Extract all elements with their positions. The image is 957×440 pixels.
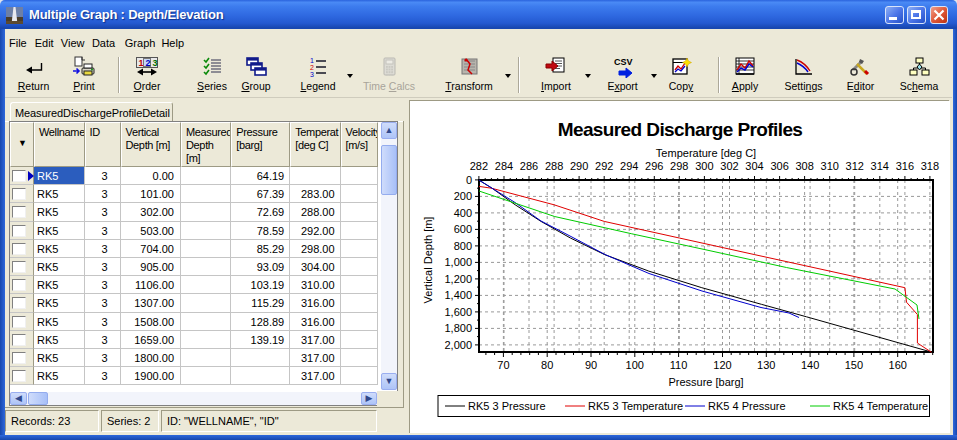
- svg-text:3: 3: [310, 71, 314, 78]
- svg-text:3: 3: [153, 58, 158, 68]
- svg-text:300: 300: [695, 160, 713, 172]
- svg-text:294: 294: [620, 160, 638, 172]
- svg-text:314: 314: [871, 160, 889, 172]
- svg-text:90: 90: [585, 359, 597, 371]
- svg-text:316: 316: [896, 160, 914, 172]
- svg-text:RK5 3 Pressure: RK5 3 Pressure: [468, 400, 546, 412]
- svg-text:1,200: 1,200: [444, 273, 472, 285]
- svg-text:0: 0: [466, 174, 472, 186]
- svg-text:600: 600: [454, 223, 472, 235]
- svg-text:1,400: 1,400: [444, 289, 472, 301]
- svg-text:1,600: 1,600: [444, 306, 472, 318]
- svg-text:306: 306: [770, 160, 788, 172]
- svg-text:400: 400: [454, 207, 472, 219]
- svg-text:312: 312: [846, 160, 864, 172]
- svg-text:1,800: 1,800: [444, 322, 472, 334]
- svg-text:1,000: 1,000: [444, 256, 472, 268]
- svg-text:304: 304: [745, 160, 763, 172]
- svg-text:RK5 3 Temperature: RK5 3 Temperature: [588, 400, 683, 412]
- svg-text:1: 1: [310, 57, 314, 64]
- svg-text:120: 120: [713, 359, 731, 371]
- svg-text:800: 800: [454, 240, 472, 252]
- svg-text:296: 296: [645, 160, 663, 172]
- svg-text:RK5 4 Pressure: RK5 4 Pressure: [708, 400, 786, 412]
- svg-text:200: 200: [454, 190, 472, 202]
- svg-text:Pressure [barg]: Pressure [barg]: [668, 376, 743, 388]
- svg-text:130: 130: [757, 359, 775, 371]
- svg-text:100: 100: [626, 359, 644, 371]
- svg-text:290: 290: [570, 160, 588, 172]
- svg-text:282: 282: [470, 160, 488, 172]
- svg-text:318: 318: [921, 160, 939, 172]
- svg-text:Vertical Depth [m]: Vertical Depth [m]: [422, 217, 434, 304]
- svg-text:80: 80: [541, 359, 553, 371]
- svg-text:286: 286: [520, 160, 538, 172]
- svg-text:2,000: 2,000: [444, 339, 472, 351]
- svg-text:2: 2: [146, 58, 151, 68]
- svg-text:70: 70: [497, 359, 509, 371]
- svg-text:284: 284: [495, 160, 513, 172]
- svg-text:1: 1: [139, 58, 144, 68]
- svg-text:308: 308: [795, 160, 813, 172]
- svg-text:RK5 4 Temperature: RK5 4 Temperature: [833, 400, 928, 412]
- svg-text:CSV: CSV: [614, 57, 633, 67]
- svg-text:150: 150: [845, 359, 863, 371]
- svg-text:Temperature [deg C]: Temperature [deg C]: [656, 147, 756, 159]
- svg-text:110: 110: [670, 359, 688, 371]
- svg-text:298: 298: [670, 160, 688, 172]
- svg-text:160: 160: [889, 359, 907, 371]
- svg-text:292: 292: [595, 160, 613, 172]
- svg-text:140: 140: [801, 359, 819, 371]
- svg-text:2: 2: [310, 64, 314, 71]
- svg-text:288: 288: [545, 160, 563, 172]
- svg-text:310: 310: [821, 160, 839, 172]
- svg-text:Measured Discharge Profiles: Measured Discharge Profiles: [558, 119, 803, 140]
- svg-text:302: 302: [720, 160, 738, 172]
